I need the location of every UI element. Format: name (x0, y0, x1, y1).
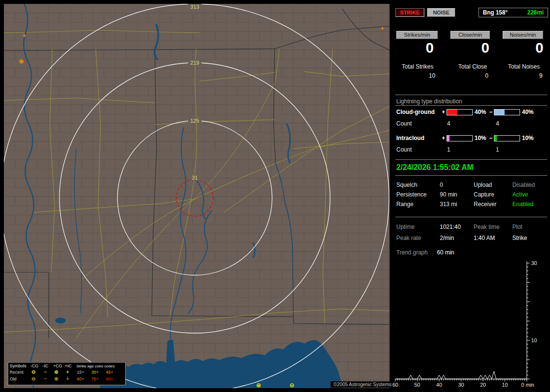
range-label: Range (396, 201, 413, 208)
cg-positive-pct: 40% (475, 109, 486, 115)
squelch-value: 0 (440, 182, 443, 188)
copyright-text: ©2005 Astrogenic Systems (331, 381, 394, 388)
svg-text:0 min: 0 min (521, 382, 535, 388)
old-pos-ic-icon: + (66, 376, 69, 381)
ring-label-313: 313 (190, 4, 199, 10)
datetime-display: 2/24/2026 1:55:02 AM (396, 163, 474, 172)
old-neg-ic-icon: − (44, 376, 47, 381)
intracloud-label: Intracloud (396, 135, 424, 141)
svg-text:30: 30 (458, 382, 464, 388)
range-value: 313 mi (440, 201, 457, 208)
svg-text:50: 50 (414, 382, 420, 388)
total-noises-label: Total Noises (499, 63, 549, 70)
ic-negative-pct: 10% (522, 135, 534, 141)
strike-symbol: ⊕ (19, 58, 24, 65)
bearing-display: Bng 158° 226mi (478, 8, 548, 17)
svg-text:10: 10 (502, 382, 508, 388)
svg-text:10: 10 (531, 337, 537, 343)
cg-positive-bar (447, 109, 473, 115)
recent-pos-ic-icon: + (66, 369, 69, 375)
divider (395, 159, 547, 160)
count-label: Count (396, 146, 412, 153)
noise-toggle-button[interactable]: NOISE (427, 8, 455, 17)
old-neg-cg-icon: ⊖ (31, 376, 35, 381)
minus-sign: − (489, 135, 492, 141)
recent-neg-cg-icon: ⊖ (31, 369, 35, 375)
ring-label-125: 125 (190, 118, 199, 124)
peak-rate-value: 2/min (440, 235, 454, 241)
ic-negative-count: 1 (496, 146, 499, 153)
recent-pos-cg-icon: ⊕ (54, 369, 58, 375)
plot-label: Plot (512, 224, 522, 230)
plus-sign: + (442, 109, 445, 115)
svg-text:30: 30 (531, 260, 537, 266)
map-view[interactable]: 313 219 125 31 +⊕+⊕⊖ Symbols -CG -IC +CG… (4, 4, 390, 388)
close-per-min-value: 0 (472, 41, 499, 55)
age-30: 30+ (91, 370, 99, 375)
strike-symbol: ⊖ (289, 382, 294, 388)
legend-row-recent-label: Recent (10, 370, 24, 375)
ic-positive-pct: 10% (475, 135, 486, 141)
strike-symbol: + (22, 32, 26, 39)
plus-sign: + (442, 135, 445, 141)
persistence-label: Persistence (396, 191, 427, 198)
legend-col-neg-ic: -IC (43, 364, 48, 369)
upload-label: Upload (474, 182, 492, 188)
cg-negative-pct: 40% (522, 109, 534, 115)
upload-status: Disabled (512, 182, 535, 188)
divider (395, 105, 547, 106)
age-90: 90+ (106, 377, 113, 382)
trend-graph-window: 60 min (437, 249, 454, 256)
legend-col-pos-ic: +IC (65, 364, 72, 369)
ic-positive-bar (447, 135, 473, 141)
capture-label: Capture (474, 191, 494, 198)
svg-text:20: 20 (480, 382, 486, 388)
strikes-per-min-label: Strikes/min (396, 31, 438, 39)
total-close-label: Total Close (448, 63, 498, 70)
cg-positive-count: 4 (447, 120, 450, 127)
age-45: 45+ (106, 370, 113, 375)
cloud-ground-label: Cloud-ground (396, 109, 434, 115)
divider (395, 217, 547, 217)
receiver-label: Receiver (474, 201, 496, 208)
trend-graph-label: Trend graph (396, 249, 428, 256)
total-noises-value: 9 (516, 72, 550, 79)
ic-positive-count: 1 (447, 146, 450, 153)
app-window: 313 219 125 31 +⊕+⊕⊖ Symbols -CG -IC +CG… (0, 0, 550, 392)
ring-label-31: 31 (192, 175, 198, 181)
svg-text:60: 60 (392, 382, 398, 388)
noises-per-min-label: Noises/min (503, 31, 543, 39)
map-canvas[interactable]: 313 219 125 31 +⊕+⊕⊖ (4, 4, 390, 388)
trend-graph: 30106050403020100 min (392, 258, 548, 390)
age-60: 60+ (77, 377, 84, 382)
receiver-status: Enabled (512, 201, 534, 208)
svg-text:40: 40 (436, 382, 442, 388)
peak-time-value: 1:40 AM (474, 235, 495, 241)
old-pos-cg-icon: ⊕ (54, 376, 58, 381)
legend-age-title: Strike age color codes (76, 364, 115, 369)
peak-rate-label: Peak rate (396, 235, 421, 241)
legend-col-pos-cg: +CG (53, 364, 62, 369)
divider (395, 175, 547, 176)
strike-symbol: + (380, 25, 384, 32)
ring-label-219: 219 (190, 60, 199, 66)
close-per-min-label: Close/min (450, 31, 490, 39)
map-legend: Symbols -CG -IC +CG +IC Strike age color… (8, 362, 126, 385)
strike-symbol: ⊕ (256, 382, 261, 388)
total-close-value: 0 (462, 72, 512, 79)
total-strikes-label: Total Strikes (392, 63, 443, 70)
legend-symbols-title: Symbols (10, 364, 27, 369)
distribution-title: Lightning type distribution (396, 98, 462, 105)
cg-negative-bar (494, 109, 520, 115)
strike-toggle-button[interactable]: STRIKE (395, 8, 424, 17)
uptime-value: 1021:40 (440, 224, 461, 230)
persistence-value: 90 min (440, 191, 457, 198)
strikes-per-min-value: 0 (416, 41, 443, 55)
capture-status: Active (512, 191, 528, 198)
total-strikes-value: 10 (407, 72, 457, 79)
minus-sign: − (489, 109, 492, 115)
legend-col-neg-cg: -CG (30, 364, 39, 369)
squelch-label: Squelch (396, 182, 417, 188)
count-label: Count (396, 120, 412, 127)
age-75: 75+ (91, 377, 99, 382)
